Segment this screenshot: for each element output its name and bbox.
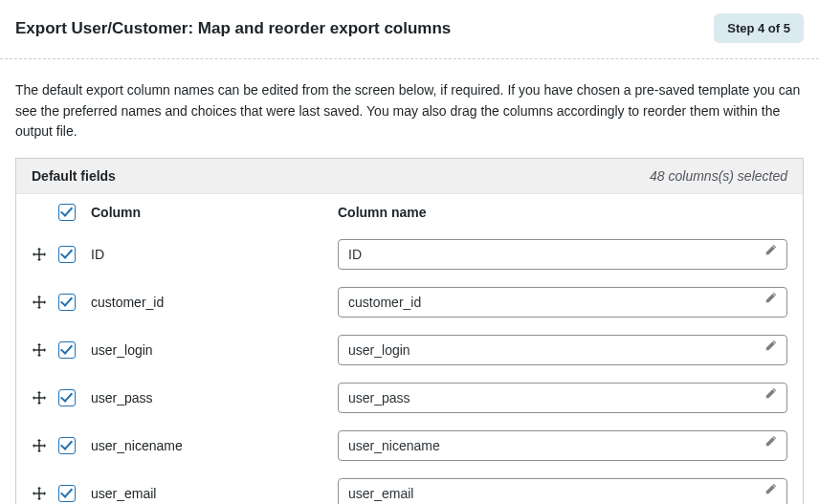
- table-row: user_nicename: [16, 422, 803, 470]
- column-label: user_email: [91, 486, 338, 501]
- table-row: ID: [16, 230, 803, 278]
- step-badge: Step 4 of 5: [714, 13, 804, 43]
- page-title: Export User/Customer: Map and reorder ex…: [15, 19, 451, 38]
- section-title: Default fields: [32, 168, 116, 184]
- table-row: user_pass: [16, 374, 803, 422]
- column-name-input[interactable]: [338, 287, 787, 318]
- pencil-icon[interactable]: [764, 434, 778, 448]
- drag-handle[interactable]: [32, 295, 58, 310]
- pencil-icon[interactable]: [764, 386, 778, 400]
- drag-handle[interactable]: [32, 342, 58, 358]
- row-checkbox[interactable]: [58, 341, 76, 359]
- drag-handle[interactable]: [32, 486, 58, 501]
- pencil-icon[interactable]: [764, 243, 778, 256]
- header-column: Column: [91, 205, 338, 220]
- column-headers-row: Column Column name: [16, 193, 803, 230]
- drag-handle[interactable]: [32, 438, 58, 453]
- select-all-checkbox[interactable]: [58, 204, 76, 221]
- page-header: Export User/Customer: Map and reorder ex…: [0, 0, 819, 59]
- drag-handle[interactable]: [32, 390, 58, 405]
- drag-icon: [32, 486, 47, 501]
- drag-icon: [32, 247, 47, 262]
- selected-count: 48 columns(s) selected: [650, 168, 787, 184]
- column-label: ID: [91, 247, 338, 262]
- column-name-input[interactable]: [338, 239, 787, 270]
- column-label: user_nicename: [91, 438, 338, 453]
- column-name-input[interactable]: [338, 430, 787, 461]
- section-header: Default fields 48 columns(s) selected: [16, 159, 803, 193]
- table-row: customer_id: [16, 278, 803, 326]
- row-checkbox[interactable]: [58, 485, 76, 502]
- table-row: user_email: [16, 470, 803, 504]
- row-checkbox[interactable]: [58, 389, 76, 406]
- column-label: customer_id: [91, 295, 338, 310]
- description-text: The default export column names can be e…: [0, 59, 819, 158]
- row-checkbox[interactable]: [58, 437, 76, 454]
- drag-icon: [32, 390, 47, 405]
- column-label: user_login: [91, 342, 338, 358]
- drag-handle[interactable]: [32, 247, 58, 262]
- drag-icon: [32, 295, 47, 310]
- column-label: user_pass: [91, 390, 338, 405]
- rows-container: IDcustomer_iduser_loginuser_passuser_nic…: [16, 230, 803, 504]
- row-checkbox[interactable]: [58, 294, 76, 311]
- column-name-input[interactable]: [338, 335, 787, 365]
- pencil-icon[interactable]: [764, 482, 778, 495]
- drag-icon: [32, 342, 47, 358]
- header-column-name: Column name: [338, 205, 787, 220]
- columns-table: Default fields 48 columns(s) selected Co…: [15, 158, 804, 504]
- table-row: user_login: [16, 326, 803, 374]
- drag-icon: [32, 438, 47, 453]
- row-checkbox[interactable]: [58, 246, 76, 263]
- pencil-icon[interactable]: [764, 339, 778, 352]
- column-name-input[interactable]: [338, 478, 787, 504]
- pencil-icon[interactable]: [764, 291, 778, 304]
- column-name-input[interactable]: [338, 383, 787, 413]
